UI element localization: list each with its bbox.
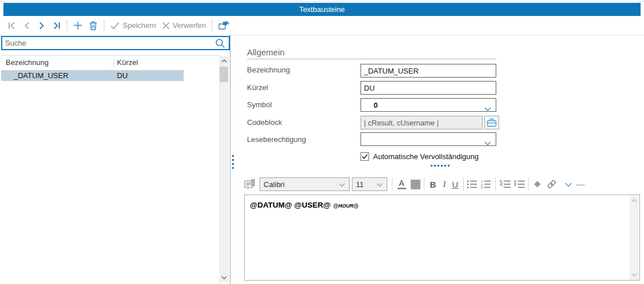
underline-glyph: U [452,180,459,189]
label-leseberechtigung: Leseberechtigung [247,135,306,144]
nav-next-button[interactable] [34,20,49,31]
briefcase-icon [487,118,497,127]
highlight-color-icon [411,180,420,189]
copy-record-icon [218,21,229,31]
font-color-button[interactable]: A [396,177,407,191]
font-color-glyph: A [399,179,404,187]
placeholder-button[interactable] [532,178,543,190]
scroll-up-icon[interactable] [219,56,229,66]
window-title: Textbausteine [299,5,345,14]
codeblock-field[interactable] [361,116,483,129]
link-icon [546,179,557,189]
nav-prev-button[interactable] [19,20,34,31]
editor-separator [424,177,424,191]
diamond-icon [533,180,542,189]
font-color-bar-icon [398,188,406,189]
search-input[interactable] [2,39,215,47]
collapse-button[interactable] [576,184,585,186]
bold-glyph: B [430,180,436,189]
svg-text:3: 3 [481,186,483,189]
nav-first-button[interactable] [5,20,19,31]
textblock-insert-button[interactable] [244,178,256,190]
label-bezeichnung: Bezeichnung [247,66,290,74]
font-family-dropdown[interactable]: Calibri [260,177,350,191]
editor-separator [528,177,529,191]
scroll-down-icon[interactable] [219,273,229,282]
symbol-dropdown[interactable]: 0 [361,98,496,112]
snippet-text-main: @DATUM@ @USER@ [250,201,331,209]
numbered-list-button[interactable]: 1 2 3 [480,179,491,189]
scroll-up-icon[interactable] [629,196,639,205]
scroll-down-icon[interactable] [629,270,639,279]
numbered-list-icon: 1 2 3 [480,180,491,189]
section-title: Allgemein [247,47,285,57]
chevron-down-icon [376,179,383,189]
italic-glyph: I [443,180,446,189]
editor-scrollbar[interactable] [629,196,639,280]
delete-button[interactable] [86,19,101,32]
scrollbar-thumb[interactable] [220,67,228,82]
snippet-text: @DATUM@ @USER@ @HOUR@ [250,200,358,210]
main-toolbar: Speichern Verwerfen [0,17,644,34]
bullet-list-icon [467,180,477,189]
autocomplete-label: Automatische Vervollständigung [373,152,479,161]
column-divider[interactable] [114,58,114,68]
add-icon [73,21,83,30]
leseberechtigung-dropdown[interactable] [361,132,496,146]
nav-first-icon [7,21,17,30]
snippet-text-editor[interactable]: @DATUM@ @USER@ @HOUR@ [244,194,640,281]
search-icon[interactable] [215,38,225,48]
nav-prev-icon [22,21,31,30]
symbol-value: 0 [361,101,378,109]
chevron-down-icon [339,179,345,189]
outdent-icon [499,180,511,189]
window-top-border [0,1,644,2]
add-button[interactable] [70,19,86,31]
discard-button[interactable]: Verwerfen [159,20,209,31]
underline-button[interactable]: U [449,177,461,191]
section-rule [247,59,496,59]
pane-splitter-line [230,35,230,284]
table-scrollbar[interactable] [219,56,229,283]
bullet-list-button[interactable] [466,179,477,189]
checkmark-icon [362,154,368,159]
italic-button[interactable]: I [440,177,449,191]
row-kuerzel: DU [117,71,128,80]
copy-record-button[interactable] [215,19,232,32]
bold-button[interactable]: B [427,177,439,191]
textblock-icon [244,178,256,190]
highlight-color-button[interactable] [410,177,421,191]
table-row[interactable]: _DATUM_USER DU [1,70,184,81]
nav-last-icon [52,21,61,30]
toolbar-separator [212,20,212,31]
font-size-dropdown[interactable]: 11 [352,177,387,191]
table-header: Bezeichnung Kürzel [1,56,219,70]
indent-icon [513,180,525,189]
outdent-button[interactable] [499,179,511,189]
more-options-button[interactable] [564,182,573,188]
discard-x-icon [162,22,170,30]
discard-label: Verwerfen [173,21,206,30]
window-titlebar: Textbausteine [3,3,641,16]
save-button[interactable]: Speichern [107,20,159,31]
nav-last-button[interactable] [49,20,64,31]
autocomplete-checkbox[interactable] [361,152,369,161]
bezeichnung-field[interactable] [361,64,496,78]
editor-separator [495,177,496,191]
font-size-value: 11 [353,180,376,189]
pane-splitter-handle[interactable] [232,155,234,169]
column-header-bezeichnung[interactable]: Bezeichnung [6,58,48,67]
font-family-value: Calibri [260,180,339,189]
column-header-kuerzel[interactable]: Kürzel [117,58,138,67]
indent-button[interactable] [513,179,525,189]
editor-splitter-handle[interactable] [431,165,449,167]
search-box [1,36,230,50]
hyperlink-button[interactable] [545,178,558,190]
codeblock-picker-button[interactable] [484,116,499,129]
minus-icon [576,184,585,186]
snippet-table: Bezeichnung Kürzel _DATUM_USER DU [1,55,219,283]
label-symbol: Symbol [247,100,272,109]
save-label: Speichern [123,21,156,30]
kuerzel-field[interactable] [361,81,496,95]
editor-separator [463,177,464,191]
